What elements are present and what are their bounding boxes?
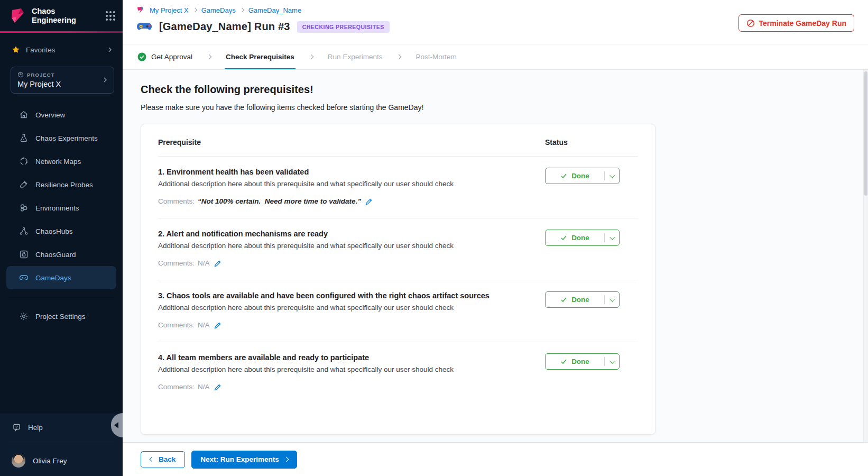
chevron-right-icon (239, 8, 244, 12)
chevron-down-icon (605, 360, 619, 363)
chevron-right-icon (383, 44, 414, 69)
sidebar: Chaos Engineering Favorites PROJECT My P… (0, 0, 123, 476)
main-area: My Project X GameDays GameDay_Name [Game… (123, 0, 868, 476)
column-prerequisite: Prerequisite (158, 138, 545, 147)
check-icon (560, 358, 567, 365)
chevron-down-icon (605, 236, 619, 240)
sidebar-item-chaoshubs[interactable]: ChaosHubs (6, 219, 116, 243)
sidebar-bottom: ? Help Olivia Frey (0, 414, 123, 476)
help-button[interactable]: ? Help (0, 414, 123, 440)
comments-value: N/A (198, 383, 210, 391)
sidebar-item-resilience-probes[interactable]: Resilience Probes (6, 173, 116, 196)
breadcrumb-logo-icon (136, 6, 145, 14)
nav-label: Project Settings (35, 313, 86, 321)
sidebar-item-network-maps[interactable]: Network Maps (6, 150, 116, 173)
comments-label: Comments: (158, 197, 195, 205)
edit-pencil-icon[interactable] (214, 260, 221, 267)
nav-label: ChaosHubs (35, 227, 73, 235)
flask-icon (19, 133, 29, 143)
step-post-mortem[interactable]: Post-Mortem (414, 44, 457, 69)
status-done-dropdown[interactable]: Done (545, 291, 620, 308)
edit-pencil-icon[interactable] (365, 198, 373, 205)
status-label: Done (571, 172, 589, 180)
status-done-dropdown[interactable]: Done (545, 353, 620, 370)
chevron-right-icon (283, 457, 289, 462)
step-check-prerequisites[interactable]: Check Prerequisites (225, 44, 296, 69)
content-subheading: Please make sure you have the following … (141, 103, 868, 112)
content-area: Check the following prerequisites! Pleas… (123, 70, 868, 435)
page-title: [GameDay_Name] Run #3 (159, 21, 290, 33)
step-run-experiments[interactable]: Run Experiments (327, 44, 384, 69)
scrollbar-track[interactable] (863, 70, 868, 476)
prerequisite-description: Additional description here about this p… (158, 242, 545, 250)
star-icon (12, 45, 20, 54)
svg-text:?: ? (15, 425, 17, 429)
prerequisite-description: Additional description here about this p… (158, 180, 545, 188)
probe-icon (19, 180, 29, 189)
edit-pencil-icon[interactable] (214, 383, 221, 391)
table-row: 2. Alert and notification mechanisms are… (158, 218, 638, 280)
user-name: Olivia Frey (33, 457, 67, 465)
prerequisites-card: Prerequisite Status 1. Environment healt… (141, 124, 655, 435)
sidebar-item-overview[interactable]: Overview (6, 103, 116, 126)
comments-line: Comments: N/A (158, 321, 545, 329)
scrollbar-thumb[interactable] (864, 71, 867, 196)
project-selector[interactable]: PROJECT My Project X (11, 67, 114, 94)
comments-label: Comments: (158, 383, 195, 391)
status-done-dropdown[interactable]: Done (545, 230, 620, 246)
sidebar-item-chaos-experiments[interactable]: Chaos Experiments (6, 126, 116, 150)
next-run-experiments-button[interactable]: Next: Run Experiments (191, 451, 297, 469)
run-stepper: Get Approval Check Prerequisites Run Exp… (123, 44, 868, 70)
table-row: 1. Environment health has been validated… (158, 157, 638, 218)
prerequisite-title: 3. Chaos tools are available and have be… (158, 291, 545, 300)
brand-divider (0, 31, 123, 33)
table-header: Prerequisite Status (158, 138, 638, 157)
comments-label: Comments: (158, 259, 195, 267)
cube-icon (17, 71, 24, 78)
breadcrumb-gameday-name-link[interactable]: GameDay_Name (248, 6, 301, 14)
step-get-approval[interactable]: Get Approval (136, 44, 193, 69)
chevron-right-icon (296, 44, 327, 69)
status-label: Done (571, 296, 589, 304)
environments-icon (19, 203, 29, 213)
user-menu[interactable]: Olivia Frey (0, 448, 123, 476)
sidebar-item-environments[interactable]: Environments (6, 196, 116, 219)
table-row: 3. Chaos tools are available and have be… (158, 280, 638, 342)
back-button[interactable]: Back (141, 451, 185, 468)
comments-line: Comments: N/A (158, 383, 545, 391)
sidebar-nav: Overview Chaos Experiments Network Maps … (0, 103, 123, 289)
favorites-label: Favorites (26, 46, 56, 54)
terminate-gameday-button[interactable]: Terminate GameDay Run (738, 14, 854, 32)
status-badge: CHECKING PREREQUISITES (297, 21, 390, 33)
chevron-right-icon (193, 44, 225, 69)
next-label: Next: Run Experiments (200, 455, 279, 463)
content-heading: Check the following prerequisites! (141, 84, 868, 96)
status-done-dropdown[interactable]: Done (545, 168, 620, 184)
step-complete-icon (137, 52, 146, 61)
wizard-footer: Back Next: Run Experiments (123, 442, 868, 476)
sidebar-item-project-settings[interactable]: Project Settings (6, 305, 116, 328)
project-name: My Project X (17, 80, 102, 88)
step-label: Post-Mortem (415, 53, 456, 61)
collapse-arrow-icon (114, 422, 118, 428)
nav-label: Network Maps (35, 158, 81, 166)
prerequisite-title: 1. Environment health has been validated (158, 168, 545, 176)
step-label: Get Approval (151, 53, 192, 61)
breadcrumb-project-link[interactable]: My Project X (150, 6, 189, 14)
comments-value: N/A (198, 259, 210, 267)
network-map-icon (19, 157, 29, 166)
module-grid-icon[interactable] (106, 11, 115, 21)
sidebar-item-gamedays[interactable]: GameDays (6, 266, 116, 289)
sidebar-item-chaosguard[interactable]: ChaosGuard (6, 243, 116, 266)
prerequisite-title: 2. Alert and notification mechanisms are… (158, 230, 545, 238)
breadcrumb-gamedays-link[interactable]: GameDays (201, 6, 236, 14)
edit-pencil-icon[interactable] (214, 322, 221, 329)
prerequisite-title: 4. All team members are available and re… (158, 353, 545, 362)
step-label: Check Prerequisites (226, 53, 294, 61)
chevron-right-icon (102, 77, 108, 83)
breadcrumb: My Project X GameDays GameDay_Name (136, 6, 854, 14)
gamepad-icon (19, 273, 29, 282)
chevron-down-icon (605, 174, 619, 178)
sidebar-item-favorites[interactable]: Favorites (0, 41, 123, 58)
brand-header: Chaos Engineering (0, 0, 123, 31)
